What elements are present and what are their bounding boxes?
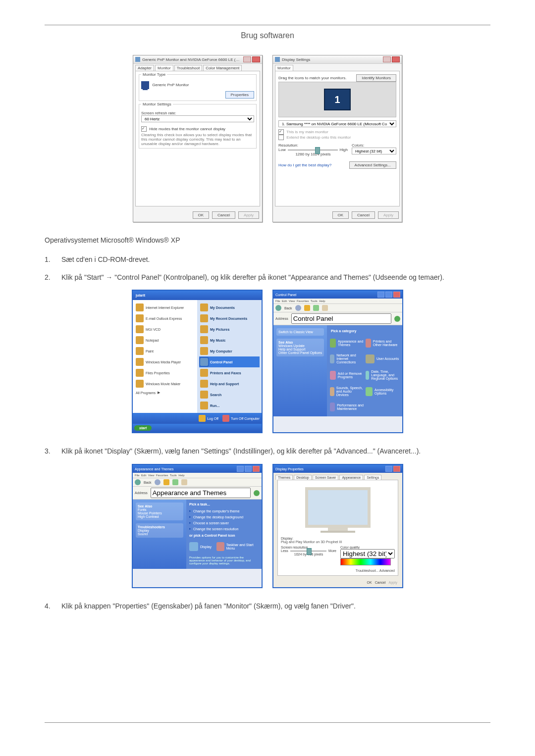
minimize-button[interactable] — [383, 56, 391, 62]
switch-view-link[interactable]: Switch to Classic View — [278, 330, 322, 334]
side-link[interactable]: Fonts — [138, 508, 181, 511]
search-icon[interactable] — [313, 305, 319, 311]
side-link[interactable]: High Contrast — [138, 515, 181, 518]
color-quality-select[interactable]: Highest (32 bit) — [340, 549, 395, 558]
category-appearance[interactable]: Appearance and Themes — [330, 339, 364, 348]
tab-adapter[interactable]: Adapter — [135, 65, 154, 71]
turnoff-button[interactable]: Turn Off Computer — [222, 415, 260, 422]
tab-themes[interactable]: Themes — [275, 475, 293, 480]
tab-monitor[interactable]: Monitor — [275, 65, 293, 71]
close-button[interactable] — [393, 292, 400, 298]
back-icon[interactable] — [275, 305, 281, 311]
menu-item[interactable]: MGI VCD — [135, 324, 195, 335]
monitor-select[interactable]: 1. Samsung **** on NVIDIA GeForce 6600 L… — [278, 120, 396, 127]
task-link[interactable]: ▸Change the desktop background — [189, 515, 259, 519]
refresh-rate-select[interactable]: 60 Hertz — [141, 115, 254, 122]
side-link[interactable]: Help and Support — [278, 348, 322, 351]
up-icon[interactable] — [304, 305, 310, 311]
identify-monitors-button[interactable]: Identify Monitors — [356, 74, 396, 82]
menu-item[interactable]: Windows Movie Maker — [135, 378, 195, 389]
back-button[interactable]: Back — [284, 306, 292, 310]
all-programs[interactable]: All Programs ▶ — [135, 389, 195, 396]
task-link[interactable]: ▸Change the screen resolution — [189, 527, 259, 531]
menu-item[interactable]: My Documents — [199, 302, 260, 313]
side-link[interactable]: Sound — [138, 532, 181, 536]
troubleshoot-button[interactable]: Troubleshoot... — [356, 569, 378, 572]
close-button[interactable] — [253, 466, 260, 472]
menu-item[interactable]: Windows Media Player — [135, 356, 195, 367]
forward-icon[interactable] — [295, 305, 301, 311]
category-item[interactable]: User Accounts — [366, 353, 399, 364]
side-link[interactable]: Mouse Pointers — [138, 511, 181, 515]
monitor-1-icon[interactable]: 1 — [324, 89, 351, 110]
menu-item[interactable]: Run... — [199, 400, 260, 411]
help-button[interactable] — [385, 466, 392, 472]
forward-icon[interactable] — [155, 479, 160, 485]
ok-button[interactable]: OK — [193, 211, 210, 219]
close-button[interactable] — [393, 466, 400, 472]
folders-icon[interactable] — [181, 479, 187, 485]
properties-button[interactable]: Properties — [225, 91, 254, 99]
back-button[interactable]: Back — [144, 481, 152, 484]
category-item[interactable]: Printers and Other Hardware — [366, 339, 399, 348]
advanced-button[interactable]: Advanced — [379, 569, 395, 572]
cancel-button[interactable]: Cancel — [375, 581, 386, 584]
hide-modes-checkbox[interactable] — [141, 126, 147, 132]
up-icon[interactable] — [163, 479, 169, 485]
tab-color-management[interactable]: Color Management — [203, 65, 242, 71]
help-link[interactable]: How do I get the best display? — [278, 163, 331, 167]
category-item[interactable]: Accessibility Options — [366, 386, 399, 397]
menu-item[interactable]: E-mail Outlook Express — [135, 313, 195, 324]
tab-monitor[interactable]: Monitor — [155, 65, 173, 71]
close-button[interactable] — [252, 56, 260, 62]
category-item[interactable]: Date, Time, Language, and Regional Optio… — [366, 370, 399, 380]
ok-button[interactable]: OK — [367, 581, 372, 584]
menu-item-control-panel[interactable]: Control Panel — [199, 356, 260, 367]
close-button[interactable] — [392, 56, 400, 62]
cancel-button[interactable]: Cancel — [212, 211, 235, 219]
menu-item[interactable]: Internet Internet Explorer — [135, 302, 195, 313]
menu-item[interactable]: Printers and Faxes — [199, 367, 260, 378]
ok-button[interactable]: OK — [332, 211, 349, 219]
menu-item[interactable]: Search — [199, 389, 260, 400]
address-input[interactable] — [291, 313, 391, 324]
maximize-button[interactable] — [385, 292, 392, 298]
apply-button[interactable]: Apply — [388, 581, 397, 584]
minimize-button[interactable] — [377, 292, 384, 298]
menu-item[interactable]: My Computer — [199, 346, 260, 356]
back-icon[interactable] — [135, 479, 141, 485]
tab-troubleshoot[interactable]: Troubleshoot — [174, 65, 202, 71]
category-item[interactable]: Add or Remove Programs — [330, 370, 364, 380]
cp-icon-taskbar[interactable]: Taskbar and Start Menu — [216, 542, 259, 551]
advanced-settings-button[interactable]: Advanced Settings... — [349, 161, 396, 169]
go-icon[interactable] — [254, 490, 260, 496]
address-input[interactable] — [151, 488, 251, 498]
monitor-arrangement-canvas[interactable]: 1 — [278, 82, 396, 117]
side-link[interactable]: Windows Update — [278, 344, 322, 348]
colors-select[interactable]: Highest (32 bit) — [352, 148, 396, 154]
side-link[interactable]: Display — [138, 529, 181, 532]
folders-icon[interactable] — [322, 305, 328, 311]
cancel-button[interactable]: Cancel — [352, 211, 375, 219]
apply-button[interactable]: Apply — [378, 211, 399, 219]
apply-button[interactable]: Apply — [238, 211, 259, 219]
category-item[interactable]: Network and Internet Connections — [330, 353, 364, 364]
side-link[interactable]: Other Control Panel Options — [278, 351, 322, 354]
start-button[interactable]: start — [134, 425, 152, 431]
menu-item[interactable]: Files Properties — [135, 367, 195, 378]
cp-icon-display[interactable]: Display — [189, 542, 212, 551]
tab-settings[interactable]: Settings — [364, 475, 381, 480]
category-item[interactable]: Performance and Maintenance — [330, 403, 364, 411]
tab-desktop[interactable]: Desktop — [294, 475, 312, 480]
menu-item[interactable]: Help and Support — [199, 378, 260, 389]
menu-item[interactable]: My Music — [199, 335, 260, 346]
category-item[interactable]: Sounds, Speech, and Audio Devices — [330, 386, 364, 397]
maximize-button[interactable] — [245, 466, 252, 472]
menu-item[interactable]: Notepad — [135, 335, 195, 346]
minimize-button[interactable] — [243, 56, 251, 62]
resolution-slider[interactable]: Less More — [281, 549, 336, 553]
logoff-button[interactable]: Log Off — [199, 415, 218, 422]
tab-screen-saver[interactable]: Screen Saver — [313, 475, 338, 480]
menu-item[interactable]: My Recent Documents — [199, 313, 260, 324]
extend-desktop-checkbox[interactable] — [278, 135, 284, 140]
